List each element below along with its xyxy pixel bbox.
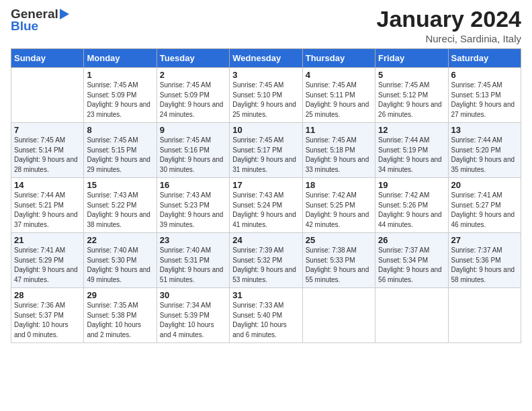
cell-info: Sunrise: 7:45 AMSunset: 5:18 PMDaylight:… [306, 136, 372, 175]
cell-info: Sunrise: 7:36 AMSunset: 5:37 PMDaylight:… [14, 301, 81, 340]
day-number: 7 [14, 125, 81, 135]
day-number: 6 [451, 70, 518, 80]
day-number: 15 [87, 180, 153, 190]
table-row: 29Sunrise: 7:35 AMSunset: 5:38 PMDayligh… [84, 288, 157, 343]
calendar-page: General Blue January 2024 Nureci, Sardin… [0, 0, 532, 411]
day-header-row: Sunday Monday Tuesday Wednesday Thursday… [11, 49, 521, 68]
cell-info: Sunrise: 7:45 AMSunset: 5:17 PMDaylight:… [232, 136, 299, 175]
table-row [448, 288, 521, 343]
cell-info: Sunrise: 7:44 AMSunset: 5:21 PMDaylight:… [14, 191, 81, 230]
month-title: January 2024 [377, 7, 522, 32]
day-number: 2 [160, 70, 226, 80]
cell-info: Sunrise: 7:45 AMSunset: 5:09 PMDaylight:… [160, 81, 226, 120]
table-row: 24Sunrise: 7:39 AMSunset: 5:32 PMDayligh… [230, 233, 302, 288]
table-row: 4Sunrise: 7:45 AMSunset: 5:11 PMDaylight… [302, 68, 375, 123]
col-friday: Friday [375, 49, 448, 68]
table-row: 26Sunrise: 7:37 AMSunset: 5:34 PMDayligh… [375, 233, 448, 288]
table-row: 19Sunrise: 7:42 AMSunset: 5:26 PMDayligh… [375, 178, 448, 233]
table-row: 21Sunrise: 7:41 AMSunset: 5:29 PMDayligh… [11, 233, 84, 288]
table-row: 5Sunrise: 7:45 AMSunset: 5:12 PMDaylight… [375, 68, 448, 123]
title-area: January 2024 Nureci, Sardinia, Italy [377, 7, 522, 44]
day-number: 5 [378, 70, 445, 80]
table-row: 1Sunrise: 7:45 AMSunset: 5:09 PMDaylight… [84, 68, 157, 123]
table-row: 8Sunrise: 7:45 AMSunset: 5:15 PMDaylight… [84, 123, 157, 178]
cell-info: Sunrise: 7:45 AMSunset: 5:12 PMDaylight:… [378, 81, 445, 120]
calendar-week-row: 1Sunrise: 7:45 AMSunset: 5:09 PMDaylight… [11, 68, 521, 123]
col-wednesday: Wednesday [230, 49, 302, 68]
cell-info: Sunrise: 7:38 AMSunset: 5:33 PMDaylight:… [306, 246, 372, 285]
cell-info: Sunrise: 7:37 AMSunset: 5:36 PMDaylight:… [451, 246, 518, 285]
day-number: 18 [306, 180, 372, 190]
table-row: 16Sunrise: 7:43 AMSunset: 5:23 PMDayligh… [157, 178, 229, 233]
table-row: 22Sunrise: 7:40 AMSunset: 5:30 PMDayligh… [84, 233, 157, 288]
logo-arrow-icon [59, 7, 70, 21]
table-row: 23Sunrise: 7:40 AMSunset: 5:31 PMDayligh… [157, 233, 229, 288]
day-number: 8 [87, 125, 153, 135]
cell-info: Sunrise: 7:44 AMSunset: 5:19 PMDaylight:… [378, 136, 445, 175]
cell-info: Sunrise: 7:41 AMSunset: 5:29 PMDaylight:… [14, 246, 81, 285]
cell-info: Sunrise: 7:34 AMSunset: 5:39 PMDaylight:… [160, 301, 226, 340]
calendar-week-row: 14Sunrise: 7:44 AMSunset: 5:21 PMDayligh… [11, 178, 521, 233]
cell-info: Sunrise: 7:41 AMSunset: 5:27 PMDaylight:… [451, 191, 518, 230]
cell-info: Sunrise: 7:45 AMSunset: 5:10 PMDaylight:… [232, 81, 299, 120]
day-number: 1 [87, 70, 153, 80]
cell-info: Sunrise: 7:45 AMSunset: 5:11 PMDaylight:… [306, 81, 372, 120]
table-row: 10Sunrise: 7:45 AMSunset: 5:17 PMDayligh… [230, 123, 302, 178]
calendar-table: Sunday Monday Tuesday Wednesday Thursday… [11, 48, 521, 343]
calendar-week-row: 21Sunrise: 7:41 AMSunset: 5:29 PMDayligh… [11, 233, 521, 288]
table-row: 27Sunrise: 7:37 AMSunset: 5:36 PMDayligh… [448, 233, 521, 288]
table-row: 18Sunrise: 7:42 AMSunset: 5:25 PMDayligh… [302, 178, 375, 233]
cell-info: Sunrise: 7:43 AMSunset: 5:24 PMDaylight:… [232, 191, 299, 230]
table-row: 31Sunrise: 7:33 AMSunset: 5:40 PMDayligh… [230, 288, 302, 343]
col-sunday: Sunday [11, 49, 84, 68]
cell-info: Sunrise: 7:44 AMSunset: 5:20 PMDaylight:… [451, 136, 518, 175]
cell-info: Sunrise: 7:45 AMSunset: 5:13 PMDaylight:… [451, 81, 518, 120]
day-number: 17 [232, 180, 299, 190]
table-row: 25Sunrise: 7:38 AMSunset: 5:33 PMDayligh… [302, 233, 375, 288]
day-number: 21 [14, 235, 81, 245]
col-tuesday: Tuesday [157, 49, 229, 68]
table-row: 12Sunrise: 7:44 AMSunset: 5:19 PMDayligh… [375, 123, 448, 178]
cell-info: Sunrise: 7:43 AMSunset: 5:22 PMDaylight:… [87, 191, 153, 230]
table-row [375, 288, 448, 343]
table-row: 11Sunrise: 7:45 AMSunset: 5:18 PMDayligh… [302, 123, 375, 178]
cell-info: Sunrise: 7:42 AMSunset: 5:26 PMDaylight:… [378, 191, 445, 230]
day-number: 27 [451, 235, 518, 245]
header: General Blue January 2024 Nureci, Sardin… [11, 7, 521, 44]
cell-info: Sunrise: 7:45 AMSunset: 5:15 PMDaylight:… [87, 136, 153, 175]
day-number: 13 [451, 125, 518, 135]
day-number: 28 [14, 290, 81, 300]
day-number: 10 [232, 125, 299, 135]
cell-info: Sunrise: 7:37 AMSunset: 5:34 PMDaylight:… [378, 246, 445, 285]
day-number: 30 [160, 290, 226, 300]
day-number: 26 [378, 235, 445, 245]
logo-blue: Blue [11, 19, 38, 33]
day-number: 16 [160, 180, 226, 190]
cell-info: Sunrise: 7:40 AMSunset: 5:31 PMDaylight:… [160, 246, 226, 285]
cell-info: Sunrise: 7:33 AMSunset: 5:40 PMDaylight:… [232, 301, 299, 340]
table-row: 17Sunrise: 7:43 AMSunset: 5:24 PMDayligh… [230, 178, 302, 233]
day-number: 3 [232, 70, 299, 80]
day-number: 22 [87, 235, 153, 245]
cell-info: Sunrise: 7:45 AMSunset: 5:16 PMDaylight:… [160, 136, 226, 175]
table-row [11, 68, 84, 123]
day-number: 23 [160, 235, 226, 245]
cell-info: Sunrise: 7:43 AMSunset: 5:23 PMDaylight:… [160, 191, 226, 230]
day-number: 14 [14, 180, 81, 190]
day-number: 12 [378, 125, 445, 135]
svg-marker-0 [60, 9, 69, 19]
cell-info: Sunrise: 7:45 AMSunset: 5:09 PMDaylight:… [87, 81, 153, 120]
cell-info: Sunrise: 7:40 AMSunset: 5:30 PMDaylight:… [87, 246, 153, 285]
cell-info: Sunrise: 7:39 AMSunset: 5:32 PMDaylight:… [232, 246, 299, 285]
table-row: 13Sunrise: 7:44 AMSunset: 5:20 PMDayligh… [448, 123, 521, 178]
col-monday: Monday [84, 49, 157, 68]
table-row: 3Sunrise: 7:45 AMSunset: 5:10 PMDaylight… [230, 68, 302, 123]
location-title: Nureci, Sardinia, Italy [377, 33, 522, 44]
day-number: 31 [232, 290, 299, 300]
day-number: 11 [306, 125, 372, 135]
table-row [302, 288, 375, 343]
table-row: 6Sunrise: 7:45 AMSunset: 5:13 PMDaylight… [448, 68, 521, 123]
day-number: 9 [160, 125, 226, 135]
col-thursday: Thursday [302, 49, 375, 68]
day-number: 29 [87, 290, 153, 300]
